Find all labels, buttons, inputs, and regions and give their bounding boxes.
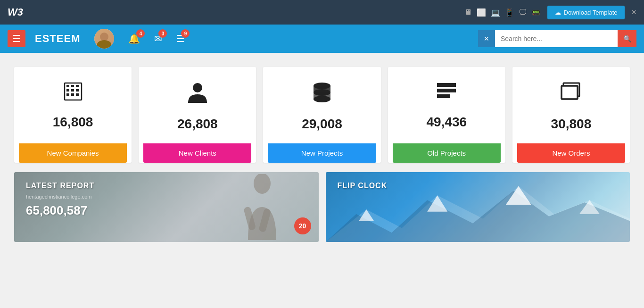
stat-card-old-projects: 49,436 Old Projects	[388, 67, 505, 163]
latest-report-panel: LATEST REPORT heritagechristiancollege.c…	[14, 172, 319, 242]
search-input[interactable]	[495, 30, 618, 47]
stat-number-orders: 30,808	[551, 117, 592, 132]
latest-report-number: 65,800,587	[26, 203, 307, 218]
database-icon	[312, 81, 332, 108]
stat-number-clients: 26,808	[177, 117, 218, 132]
tasks-icon[interactable]: ☰ 9	[176, 33, 185, 44]
download-template-button[interactable]: ☁ Download Template	[547, 6, 625, 19]
w3-logo: W3	[8, 6, 23, 18]
avatar	[94, 29, 114, 49]
svg-rect-2	[71, 85, 74, 87]
search-area: ✕ 🔍	[478, 30, 636, 47]
stat-card-new-clients: 26,808 New Clients	[139, 67, 256, 163]
search-icon: 🔍	[623, 35, 631, 42]
monitor-icon: 🖵	[519, 8, 527, 17]
device-icons: 🖥 ⬜ 💻 📱 🖵 📟	[464, 8, 541, 17]
stat-label-old-projects[interactable]: Old Projects	[393, 143, 501, 163]
desktop-icon: 🖥	[464, 8, 472, 17]
svg-rect-9	[76, 93, 79, 96]
svg-rect-6	[76, 89, 79, 92]
hamburger-menu[interactable]: ☰	[8, 30, 25, 47]
svg-rect-18	[561, 86, 578, 99]
svg-rect-7	[66, 93, 69, 96]
download-icon: ☁	[555, 9, 561, 16]
latest-report-badge: 20	[294, 217, 311, 234]
latest-report-title: LATEST REPORT	[26, 182, 307, 190]
svg-rect-8	[71, 93, 74, 96]
messages-icon[interactable]: ✉ 3	[154, 33, 162, 44]
stat-number-projects: 29,008	[302, 117, 342, 132]
svg-rect-5	[71, 89, 74, 92]
notifications-badge: 4	[136, 29, 145, 38]
svg-rect-14	[437, 83, 456, 87]
stat-label-projects[interactable]: New Projects	[268, 143, 376, 163]
building-icon	[63, 81, 83, 106]
notifications-icon[interactable]: 🔔 4	[128, 33, 140, 44]
stat-card-new-orders: 30,808 New Orders	[512, 67, 630, 163]
panel-right-content: FLIP CLOCK	[326, 172, 630, 203]
laptop-icon: 💻	[491, 8, 500, 17]
user-icon	[187, 81, 208, 108]
svg-point-10	[193, 83, 202, 92]
svg-rect-15	[437, 89, 456, 92]
stat-number-companies: 16,808	[53, 115, 93, 130]
top-bar: W3 🖥 ⬜ 💻 📱 🖵 📟 ☁ Download Template ×	[0, 0, 644, 25]
stat-number-old-projects: 49,436	[426, 115, 467, 130]
flip-clock-title: FLIP CLOCK	[338, 182, 619, 190]
tasks-badge: 9	[181, 29, 190, 38]
stat-cards: 16,808 New Companies 26,808 New Clients	[14, 67, 630, 163]
stat-card-new-projects: 29,008 New Projects	[263, 67, 380, 163]
stat-label-clients[interactable]: New Clients	[143, 143, 251, 163]
nav-bar: ☰ ESTEEM 🔔 4 ✉ 3 ☰ 9 ✕ 🔍	[0, 25, 644, 53]
svg-rect-3	[76, 85, 79, 87]
close-button[interactable]: ×	[631, 8, 636, 17]
bottom-panels: LATEST REPORT heritagechristiancollege.c…	[14, 172, 630, 242]
search-button[interactable]: 🔍	[618, 30, 636, 47]
svg-point-13	[314, 96, 330, 102]
layers-icon	[561, 81, 581, 108]
flip-clock-panel: FLIP CLOCK	[326, 172, 630, 242]
list-icon	[436, 81, 457, 106]
tablet-landscape-icon: ⬜	[477, 8, 486, 17]
phone-icon: 📟	[531, 8, 541, 17]
x-icon: ✕	[484, 35, 489, 42]
latest-report-subtitle: heritagechristiancollege.com	[26, 194, 307, 200]
tablet-icon: 📱	[505, 8, 514, 17]
messages-badge: 3	[158, 29, 167, 38]
stat-label-companies[interactable]: New Companies	[19, 143, 127, 163]
stat-label-orders[interactable]: New Orders	[517, 143, 625, 163]
svg-rect-16	[437, 94, 450, 98]
avatar-image	[94, 29, 114, 49]
nav-icons: 🔔 4 ✉ 3 ☰ 9	[128, 33, 294, 44]
top-bar-right: 🖥 ⬜ 💻 📱 🖵 📟 ☁ Download Template ×	[464, 6, 636, 19]
svg-rect-1	[66, 85, 69, 87]
panel-left-content: LATEST REPORT heritagechristiancollege.c…	[14, 172, 319, 227]
svg-rect-4	[66, 89, 69, 92]
main-content: 16,808 New Companies 26,808 New Clients	[0, 53, 644, 251]
stat-card-new-companies: 16,808 New Companies	[14, 67, 132, 163]
search-clear-button[interactable]: ✕	[478, 30, 495, 47]
nav-brand: ESTEEM	[35, 33, 80, 45]
